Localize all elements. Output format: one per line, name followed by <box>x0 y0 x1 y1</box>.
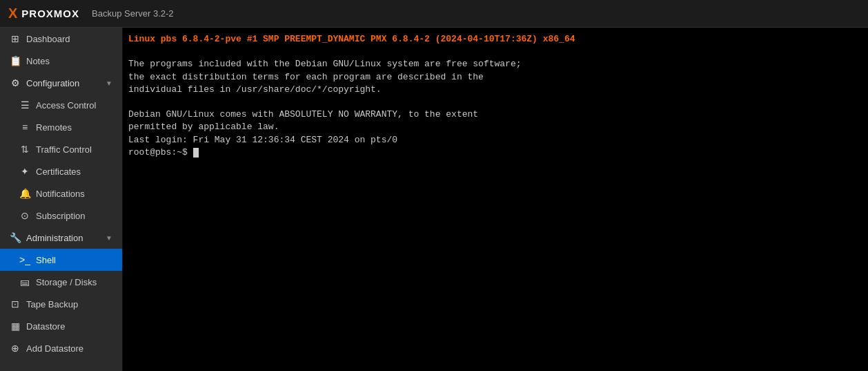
sidebar-label-notifications: Notifications <box>36 189 85 199</box>
sidebar-item-traffic-control[interactable]: ⇅ Traffic Control <box>0 138 122 160</box>
dashboard-icon: ⊞ <box>10 33 21 44</box>
sidebar-item-subscription[interactable]: ⊙ Subscription <box>0 204 122 227</box>
term-line-1 <box>128 46 862 58</box>
sidebar-item-notes[interactable]: 📋 Notes <box>0 50 122 72</box>
sidebar-item-shell[interactable]: >_ Shell <box>0 249 122 271</box>
main-layout: ⊞ Dashboard 📋 Notes ⚙ Configuration ▼ ☰ … <box>0 28 868 371</box>
sidebar-label-configuration: Configuration <box>26 78 79 88</box>
sidebar-label-certificates: Certificates <box>36 167 81 177</box>
sidebar-label-shell: Shell <box>36 255 56 265</box>
traffic-control-icon: ⇅ <box>19 144 30 155</box>
chevron-down-icon-admin: ▼ <box>106 234 112 242</box>
sidebar-label-traffic-control: Traffic Control <box>36 144 92 155</box>
sidebar-item-access-control[interactable]: ☰ Access Control <box>0 94 122 116</box>
sidebar-item-dashboard[interactable]: ⊞ Dashboard <box>0 28 122 50</box>
sidebar-label-storage-disks: Storage / Disks <box>36 277 97 287</box>
term-line-2: The programs included with the Debian GN… <box>128 58 862 70</box>
sidebar-label-administration: Administration <box>26 233 83 243</box>
term-line-5 <box>128 96 862 108</box>
sidebar-item-remotes[interactable]: ≡ Remotes <box>0 116 122 138</box>
sidebar-item-storage-disks[interactable]: 🖴 Storage / Disks <box>0 271 122 293</box>
sidebar-label-add-datastore: Add Datastore <box>26 343 83 354</box>
sidebar-item-notifications[interactable]: 🔔 Notifications <box>0 182 122 204</box>
term-line-8: Last login: Fri May 31 12:36:34 CEST 202… <box>128 134 862 146</box>
sidebar: ⊞ Dashboard 📋 Notes ⚙ Configuration ▼ ☰ … <box>0 28 123 371</box>
notes-icon: 📋 <box>10 55 21 66</box>
administration-icon: 🔧 <box>10 232 21 243</box>
add-datastore-icon: ⊕ <box>10 343 21 354</box>
terminal-panel[interactable]: Linux pbs 6.8.4-2-pve #1 SMP PREEMPT_DYN… <box>123 28 868 371</box>
sidebar-item-administration[interactable]: 🔧 Administration ▼ <box>0 227 122 249</box>
term-line-prompt: root@pbs:~$ <box>128 146 862 159</box>
logo-proxmox-text: PROXMOX <box>21 8 79 19</box>
notifications-icon: 🔔 <box>19 188 30 199</box>
sidebar-label-subscription: Subscription <box>36 211 86 221</box>
logo-area: X PROXMOX <box>8 6 79 21</box>
topbar: X PROXMOX Backup Server 3.2-2 <box>0 0 868 28</box>
prompt-text: root@pbs:~$ <box>128 147 193 158</box>
term-line-4: individual files in /usr/share/doc/*/cop… <box>128 84 862 96</box>
term-line-6: Debian GNU/Linux comes with ABSOLUTELY N… <box>128 108 862 121</box>
subscription-icon: ⊙ <box>19 210 30 221</box>
term-line-3: the exact distribution terms for each pr… <box>128 71 862 84</box>
sidebar-label-notes: Notes <box>26 56 50 66</box>
sidebar-label-access-control: Access Control <box>36 100 96 111</box>
storage-disks-icon: 🖴 <box>19 276 30 287</box>
shell-icon: >_ <box>19 254 30 265</box>
sidebar-label-remotes: Remotes <box>36 122 72 133</box>
term-line-7: permitted by applicable law. <box>128 121 862 133</box>
sidebar-item-datastore[interactable]: ▦ Datastore <box>0 315 122 337</box>
sidebar-item-certificates[interactable]: ✦ Certificates <box>0 160 122 182</box>
server-title: Backup Server 3.2-2 <box>92 8 174 19</box>
sidebar-item-configuration[interactable]: ⚙ Configuration ▼ <box>0 72 122 94</box>
sidebar-label-dashboard: Dashboard <box>26 34 70 44</box>
datastore-icon: ▦ <box>10 321 21 332</box>
sidebar-label-datastore: Datastore <box>26 321 65 332</box>
term-line-0: Linux pbs 6.8.4-2-pve #1 SMP PREEMPT_DYN… <box>128 33 862 46</box>
sidebar-label-tape-backup: Tape Backup <box>26 299 78 310</box>
access-control-icon: ☰ <box>19 99 30 111</box>
chevron-down-icon: ▼ <box>106 79 112 87</box>
certificates-icon: ✦ <box>19 166 30 177</box>
logo-x-icon: X <box>8 6 17 21</box>
remotes-icon: ≡ <box>19 122 30 133</box>
configuration-icon: ⚙ <box>10 77 21 88</box>
terminal-cursor <box>193 148 199 158</box>
tape-backup-icon: ⊡ <box>10 298 21 310</box>
sidebar-item-add-datastore[interactable]: ⊕ Add Datastore <box>0 337 122 359</box>
sidebar-item-tape-backup[interactable]: ⊡ Tape Backup <box>0 293 122 315</box>
